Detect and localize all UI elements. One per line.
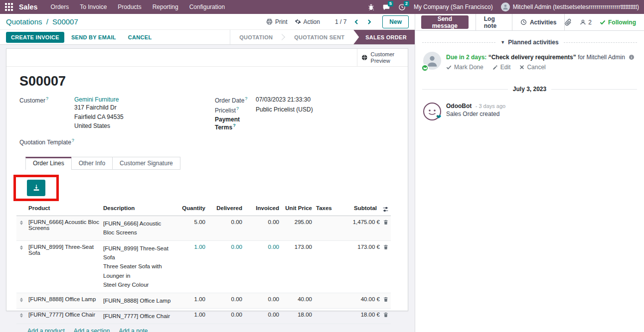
new-button[interactable]: New bbox=[382, 15, 409, 28]
followers-button[interactable]: 2 bbox=[580, 19, 592, 26]
edit-activity-button[interactable]: Edit bbox=[492, 64, 511, 71]
cell-unit-price[interactable]: 18.00 bbox=[281, 309, 314, 321]
tab-customer-signature[interactable]: Customer Signature bbox=[112, 157, 180, 170]
user-menu[interactable]: Mitchell Admin (testtsetsetesrrrrrrrrrrr… bbox=[501, 2, 639, 11]
apps-grid-icon[interactable] bbox=[5, 3, 13, 11]
cell-quantity[interactable]: 1.00 bbox=[173, 293, 207, 305]
delete-line-icon[interactable] bbox=[383, 312, 389, 318]
drag-handle-icon[interactable] bbox=[16, 216, 26, 228]
cell-unit-price[interactable]: 40.00 bbox=[281, 293, 314, 305]
info-icon[interactable] bbox=[629, 54, 635, 60]
header-invoiced[interactable]: Invoiced bbox=[244, 202, 281, 214]
order-line-row[interactable]: [FURN_8999] Three-Seat Sofa [FURN_8999] … bbox=[16, 241, 391, 293]
cell-delivered[interactable]: 0.00 bbox=[207, 293, 244, 305]
action-button[interactable]: Action bbox=[295, 18, 320, 25]
tab-order-lines[interactable]: Order Lines bbox=[25, 157, 72, 170]
cell-taxes[interactable] bbox=[314, 293, 335, 299]
header-subtotal[interactable]: Subtotal bbox=[335, 202, 379, 214]
print-button[interactable]: Print bbox=[266, 18, 288, 25]
planned-activities-toggle[interactable]: ▼ Planned activities bbox=[500, 39, 558, 46]
menu-configuration[interactable]: Configuration bbox=[189, 3, 225, 10]
cell-taxes[interactable] bbox=[314, 241, 335, 247]
header-taxes[interactable]: Taxes bbox=[314, 202, 335, 214]
cell-product[interactable]: [FURN_8999] Three-Seat Sofa bbox=[26, 241, 101, 259]
add-a-section-link[interactable]: Add a section bbox=[74, 328, 110, 332]
breadcrumb-quotations[interactable]: Quotations bbox=[6, 17, 42, 26]
heart-icon: ❤ bbox=[436, 113, 441, 120]
menu-products[interactable]: Products bbox=[118, 3, 141, 10]
delete-line-icon[interactable] bbox=[383, 244, 389, 250]
order-line-row[interactable]: [FURN_8888] Office Lamp [FURN_8888] Offi… bbox=[16, 293, 391, 309]
stage-quotation[interactable]: QUOTATION bbox=[230, 30, 282, 44]
company-switcher[interactable]: My Company (San Francisco) bbox=[414, 3, 493, 10]
cell-taxes[interactable] bbox=[314, 309, 335, 315]
cell-invoiced[interactable]: 0.00 bbox=[244, 216, 281, 228]
cell-product[interactable]: [FURN_6666] Acoustic Bloc Screens bbox=[26, 216, 101, 234]
import-records-button[interactable] bbox=[27, 180, 45, 196]
cell-invoiced[interactable]: 0.00 bbox=[244, 293, 281, 305]
cancel-button[interactable]: CANCEL bbox=[123, 32, 157, 43]
drag-handle-icon[interactable] bbox=[16, 293, 26, 305]
optional-columns-icon[interactable] bbox=[379, 202, 391, 216]
user-name: Mitchell Admin (testtsetsetesrrrrrrrrrrr… bbox=[513, 3, 639, 10]
tab-other-info[interactable]: Other Info bbox=[71, 157, 113, 170]
messages-icon[interactable]: 5 bbox=[382, 3, 390, 11]
cell-delivered[interactable]: 0.00 bbox=[207, 309, 244, 321]
cell-description[interactable]: [FURN_8888] Office Lamp bbox=[101, 293, 173, 308]
header-description[interactable]: Description bbox=[101, 202, 173, 214]
order-title[interactable]: S00007 bbox=[19, 74, 398, 89]
cell-description[interactable]: [FURN_6666] Acoustic Bloc Screens bbox=[101, 216, 173, 240]
add-a-note-link[interactable]: Add a note bbox=[119, 328, 148, 332]
cell-description[interactable]: [FURN_8999] Three-Seat Sofa Three Seater… bbox=[101, 241, 173, 293]
menu-to-invoice[interactable]: To Invoice bbox=[80, 3, 107, 10]
delete-line-icon[interactable] bbox=[383, 296, 389, 303]
cell-delivered[interactable]: 0.00 bbox=[207, 216, 244, 228]
drag-handle-icon[interactable] bbox=[16, 241, 26, 253]
menu-reporting[interactable]: Reporting bbox=[153, 3, 178, 10]
cell-product[interactable]: [FURN_7777] Office Chair bbox=[26, 309, 101, 321]
following-button[interactable]: Following bbox=[600, 19, 636, 26]
cell-delivered[interactable]: 0.00 bbox=[207, 241, 244, 253]
cell-invoiced[interactable]: 0.00 bbox=[244, 241, 281, 253]
app-name[interactable]: Sales bbox=[19, 3, 38, 11]
add-a-product-link[interactable]: Add a product bbox=[27, 328, 65, 332]
cell-quantity[interactable]: 5.00 bbox=[173, 216, 207, 228]
breadcrumb: Quotations / S00007 bbox=[6, 17, 78, 26]
header-product[interactable]: Product bbox=[26, 202, 101, 214]
customer-preview-button[interactable]: Customer Preview bbox=[357, 49, 408, 66]
debug-bug-icon[interactable] bbox=[368, 4, 374, 10]
message-author[interactable]: OdooBot bbox=[446, 103, 472, 110]
send-by-email-button[interactable]: SEND BY EMAIL bbox=[66, 32, 121, 43]
cell-product[interactable]: [FURN_8888] Office Lamp bbox=[26, 293, 101, 305]
pager-previous-icon[interactable] bbox=[353, 18, 359, 25]
attachment-paperclip-icon[interactable] bbox=[565, 18, 572, 26]
cell-quantity[interactable]: 1.00 bbox=[173, 309, 207, 321]
create-invoice-button[interactable]: CREATE INVOICE bbox=[6, 32, 64, 43]
pricelist-value[interactable]: Public Pricelist (USD) bbox=[256, 106, 313, 114]
header-unit-price[interactable]: Unit Price bbox=[281, 202, 314, 214]
customer-link[interactable]: Gemini Furniture bbox=[74, 96, 124, 103]
cell-unit-price[interactable]: 295.00 bbox=[281, 216, 314, 228]
stage-quotation-sent[interactable]: QUOTATION SENT bbox=[285, 30, 353, 44]
header-quantity[interactable]: Quantity bbox=[173, 202, 207, 214]
activities-tab[interactable]: Activities bbox=[512, 14, 565, 30]
header-delivered[interactable]: Delivered bbox=[207, 202, 244, 214]
cell-quantity[interactable]: 1.00 bbox=[173, 241, 207, 253]
cell-invoiced[interactable]: 0.00 bbox=[244, 309, 281, 321]
cell-unit-price[interactable]: 173.00 bbox=[281, 241, 314, 253]
order-line-row[interactable]: [FURN_7777] Office Chair [FURN_7777] Off… bbox=[16, 309, 391, 324]
order-line-row[interactable]: [FURN_6666] Acoustic Bloc Screens [FURN_… bbox=[16, 216, 391, 241]
cell-taxes[interactable] bbox=[314, 216, 335, 222]
cancel-activity-button[interactable]: Cancel bbox=[519, 64, 545, 71]
activities-clock-icon[interactable]: 2 bbox=[398, 3, 406, 11]
mark-done-button[interactable]: Mark Done bbox=[446, 64, 483, 71]
log-note-tab[interactable]: Log note bbox=[476, 14, 512, 30]
menu-orders[interactable]: Orders bbox=[51, 3, 69, 10]
main-pane: Quotations / S00007 Print Action 1 / 7 bbox=[0, 14, 415, 332]
drag-handle-icon[interactable] bbox=[16, 309, 26, 321]
pager-next-icon[interactable] bbox=[366, 18, 372, 25]
order-date-value[interactable]: 07/03/2023 21:33:30 bbox=[256, 96, 311, 104]
cell-description[interactable]: [FURN_7777] Office Chair bbox=[101, 309, 173, 324]
delete-line-icon[interactable] bbox=[383, 219, 389, 225]
send-message-button[interactable]: Send message bbox=[421, 15, 469, 29]
